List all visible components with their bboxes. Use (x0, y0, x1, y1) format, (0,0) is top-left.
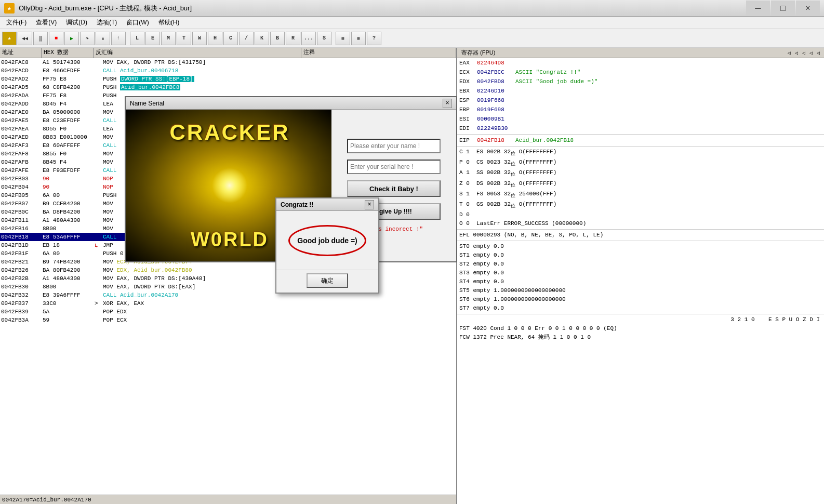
toolbar-btn-1[interactable]: ★ (2, 32, 17, 45)
reg-st6: ST6 empty 1.0000000000000000000 (457, 295, 824, 304)
reg-divider-2 (457, 146, 824, 147)
menu-window[interactable]: 窗口(W) (122, 17, 153, 28)
row-hex: EB 18 (42, 242, 94, 248)
reg-arrow-5[interactable]: ◁ (817, 50, 820, 56)
menu-help[interactable]: 帮助(H) (154, 17, 184, 28)
row-arrow (94, 209, 102, 215)
toolbar-btn-t[interactable]: T (177, 32, 191, 45)
toolbar-btn-slash[interactable]: / (239, 32, 254, 45)
menu-options[interactable]: 选项(T) (92, 17, 121, 28)
menu-bar: 文件(F) 查看(V) 调试(D) 选项(T) 窗口(W) 帮助(H) (0, 17, 824, 29)
reg-eax-row: EAX 022464D8 (457, 58, 824, 68)
toolbar-btn-k[interactable]: K (255, 32, 269, 45)
reg-arrow-2[interactable]: ◁ (795, 50, 798, 56)
table-row[interactable]: 0042FB39 5A POP EDX (0, 308, 456, 316)
check-button[interactable]: Check it Baby ! (347, 180, 441, 197)
disasm-header: 地址 HEX 数据 反汇编 注释 (0, 48, 456, 58)
row-addr: 0042FB37 (0, 300, 42, 307)
table-row[interactable]: 0042FB26 BA 80FB4200 MOV EDX, Acid_bur.0… (0, 266, 456, 274)
cg-ok-button[interactable]: 确定 (307, 273, 348, 288)
row-arrow (94, 259, 102, 265)
table-row[interactable]: 0042FAD2 FF75 E8 PUSH DWORD PTR SS:[EBP-… (0, 75, 456, 83)
menu-file[interactable]: 文件(F) (2, 17, 31, 28)
toolbar-btn-dots[interactable]: ... (301, 32, 316, 45)
toolbar-btn-run[interactable]: ▶ (64, 32, 79, 45)
ns-close-button[interactable]: × (443, 99, 452, 108)
row-arrow (94, 217, 102, 223)
disasm-status: 0042A170=Acid_bur.0042A170 (0, 495, 456, 504)
table-row[interactable]: 0042FB2B A1 480A4300 MOV EAX, DWORD PTR … (0, 274, 456, 283)
reg-flag-z: Z 0 DS 002B 32位 O(FFFFFFFF) (457, 179, 824, 190)
reg-flag-t: T 0 GS 002B 32位 O(FFFFFFFF) (457, 200, 824, 210)
row-hex: 8B55 F0 (42, 151, 94, 157)
row-addr: 0042FAED (0, 134, 42, 140)
row-arrow (94, 250, 102, 257)
reg-esp-label: ESP (459, 96, 475, 104)
table-row[interactable]: 0042FACD E8 466CFDFF CALL Acid_bur.00406… (0, 67, 456, 75)
reg-arrow-4[interactable]: ◁ (809, 50, 813, 56)
row-arrow (94, 142, 102, 149)
toolbar-btn-b[interactable]: B (270, 32, 285, 45)
reg-st1: ST1 empty 0.0 (457, 251, 824, 260)
table-row[interactable]: 0042FAD5 68 C8FB4200 PUSH Acid_bur.0042F… (0, 83, 456, 91)
toolbar-btn-h[interactable]: H (208, 32, 222, 45)
toolbar-btn-w[interactable]: W (192, 32, 207, 45)
col-header-comment: 注释 (301, 48, 456, 58)
toolbar-btn-pause[interactable]: ‖ (33, 32, 48, 45)
table-row[interactable]: 0042FB30 8B00 MOV EAX, DWORD PTR DS:[EAX… (0, 283, 456, 291)
registers-pane: 寄存器 (FPU) ◁ ◁ ◁ ◁ ◁ EAX 022464D8 ECX 004… (457, 48, 824, 504)
toolbar-btn-m[interactable]: M (161, 32, 176, 45)
row-addr: 0042FB03 (0, 176, 42, 182)
row-hex: 68 C8FB4200 (42, 84, 94, 90)
reg-divider-1 (457, 134, 824, 135)
toolbar-btn-restart[interactable]: ◀◀ (18, 32, 32, 45)
reg-arrow-1[interactable]: ◁ (788, 50, 791, 56)
reg-ebp-label: EBP (459, 105, 475, 114)
row-arrow (94, 151, 102, 157)
row-hex: B9 74FB4200 (42, 259, 94, 265)
toolbar-btn-grid2[interactable]: ▦ (351, 32, 366, 45)
toolbar-btn-s[interactable]: S (317, 32, 331, 45)
row-addr: 0042FAF3 (0, 142, 42, 149)
close-button[interactable]: × (796, 1, 820, 16)
toolbar-btn-r[interactable]: R (286, 32, 300, 45)
name-input[interactable] (347, 139, 441, 153)
toolbar-btn-step-out[interactable]: ↑ (111, 32, 126, 45)
minimize-button[interactable]: ─ (746, 1, 770, 16)
reg-eax-label: EAX (459, 59, 475, 67)
row-arrow (94, 59, 102, 65)
row-addr: 0042FAEA (0, 126, 42, 132)
toolbar-btn-step-over[interactable]: ↷ (80, 32, 95, 45)
toolbar-btn-c[interactable]: C (223, 32, 238, 45)
row-arrow (94, 192, 102, 198)
toolbar-btn-l[interactable]: L (130, 32, 144, 45)
reg-flag-s: S 1 FS 0053 32位 254000(FFF) (457, 190, 824, 200)
cg-footer: 确定 (276, 270, 378, 291)
toolbar-btn-stop[interactable]: ■ (49, 32, 63, 45)
serial-input[interactable] (347, 160, 441, 174)
toolbar-btn-e[interactable]: E (145, 32, 160, 45)
reg-arrow-3[interactable]: ◁ (802, 50, 805, 56)
toolbar-btn-q[interactable]: ? (367, 32, 381, 45)
reg-esp-value: 0019F668 (477, 96, 513, 104)
congratz-dialog[interactable]: Congratz !! × Good job dude =) 确定 (275, 197, 379, 294)
table-row[interactable]: 0042FB3A 59 POP ECX (0, 316, 456, 324)
toolbar-btn-step-in[interactable]: ↡ (96, 32, 110, 45)
row-arrow (94, 84, 102, 90)
row-addr: 0042FADA (0, 92, 42, 99)
row-addr: 0042FAD5 (0, 84, 42, 90)
table-row[interactable]: 0042FAC8 A1 50174300 MOV EAX, DWORD PTR … (0, 58, 456, 67)
row-arrow (94, 117, 102, 124)
row-arrow: > (94, 300, 102, 307)
row-addr: 0042FAE5 (0, 117, 42, 124)
reg-ecx-value: 0042FBCC (477, 68, 513, 76)
cg-close-button[interactable]: × (365, 200, 374, 209)
table-row[interactable]: 0042FB32 E8 39A6FFFF CALL Acid_bur.0042A… (0, 291, 456, 299)
row-hex: E8 F93EFDFF (42, 167, 94, 174)
toolbar-btn-grid[interactable]: ▦ (336, 32, 350, 45)
menu-debug[interactable]: 调试(D) (62, 17, 91, 28)
row-arrow (94, 109, 102, 115)
restore-button[interactable]: □ (771, 1, 795, 16)
table-row[interactable]: 0042FB37 33C0 > XOR EAX, EAX (0, 299, 456, 308)
menu-view[interactable]: 查看(V) (32, 17, 61, 28)
